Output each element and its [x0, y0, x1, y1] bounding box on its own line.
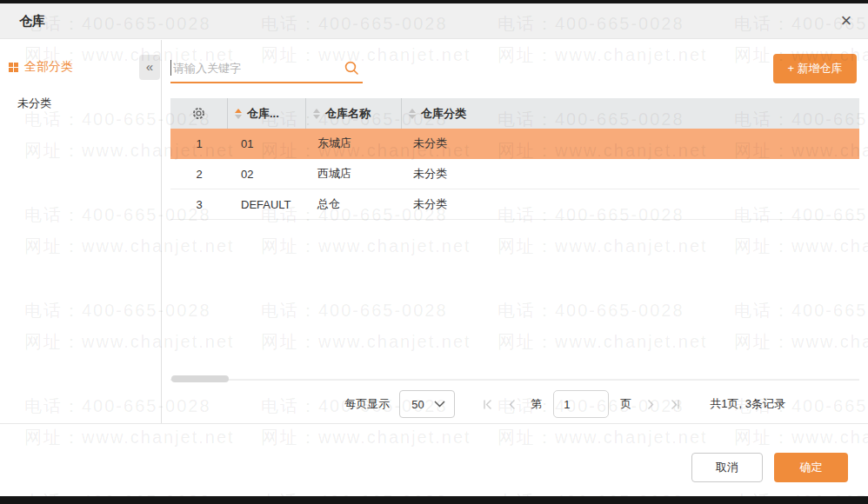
scrollbar-thumb[interactable] [171, 375, 229, 382]
column-header-name[interactable]: 仓库名称 [306, 98, 402, 129]
footer-divider [0, 423, 868, 424]
sort-icon [409, 109, 416, 119]
scrollbar-track [170, 379, 859, 381]
column-header-code[interactable]: 仓库... [228, 98, 306, 129]
confirm-button[interactable]: 确定 [774, 453, 848, 482]
warehouse-table: 仓库... 仓库名称 仓库分类 1 01 东城店 未分类 2 02 [170, 98, 859, 220]
chevron-down-icon [434, 401, 445, 408]
horizontal-scrollbar [170, 375, 859, 382]
last-page-icon[interactable] [669, 398, 682, 411]
pagination-bar: 每页显示 50 第 页 共1页, 3条记录 [163, 389, 868, 419]
page-prefix-label: 第 [531, 396, 542, 412]
column-settings-cell[interactable] [170, 98, 228, 129]
dialog-title: 仓库 [19, 13, 45, 30]
dialog-titlebar: 仓库 × [0, 3, 868, 39]
sort-icon [313, 109, 320, 119]
search-input[interactable] [170, 54, 363, 82]
first-page-icon[interactable] [481, 398, 494, 411]
per-page-select[interactable]: 50 [399, 390, 455, 418]
page-suffix-label: 页 [620, 396, 631, 412]
table-header-row: 仓库... 仓库名称 仓库分类 [170, 98, 859, 129]
sort-icon [235, 109, 242, 119]
cancel-button[interactable]: 取消 [691, 453, 763, 482]
table-row[interactable]: 3 DEFAULT 总仓 未分类 [170, 189, 859, 220]
text-caret [170, 60, 171, 76]
sidebar-collapse-button[interactable]: « [139, 55, 160, 80]
all-categories-label: 全部分类 [24, 59, 73, 75]
close-icon[interactable]: × [835, 8, 858, 34]
gear-icon [191, 106, 206, 121]
search-box [170, 54, 363, 83]
main-panel: + 新增仓库 仓库... 仓库名称 [163, 40, 868, 423]
category-grid-icon [9, 63, 18, 72]
previous-page-icon[interactable] [506, 398, 519, 411]
search-icon[interactable] [344, 60, 359, 76]
category-sidebar: 全部分类 « 未分类 [0, 40, 162, 423]
per-page-label: 每页显示 [344, 396, 390, 412]
top-frame-bar [0, 0, 868, 3]
per-page-value: 50 [411, 398, 424, 411]
table-row[interactable]: 1 01 东城店 未分类 [170, 129, 859, 159]
next-page-icon[interactable] [644, 398, 657, 411]
warehouse-dialog: 仓库 × 全部分类 « 未分类 + 新增仓库 [0, 0, 868, 504]
bottom-frame-bar [0, 496, 868, 504]
sidebar-header: 全部分类 [9, 59, 73, 75]
add-warehouse-button[interactable]: + 新增仓库 [773, 54, 857, 83]
page-number-input[interactable] [553, 390, 609, 418]
record-summary: 共1页, 3条记录 [710, 396, 785, 412]
column-header-category[interactable]: 仓库分类 [402, 98, 859, 129]
table-row[interactable]: 2 02 西城店 未分类 [170, 159, 859, 189]
sidebar-item-uncategorized[interactable]: 未分类 [17, 96, 51, 111]
